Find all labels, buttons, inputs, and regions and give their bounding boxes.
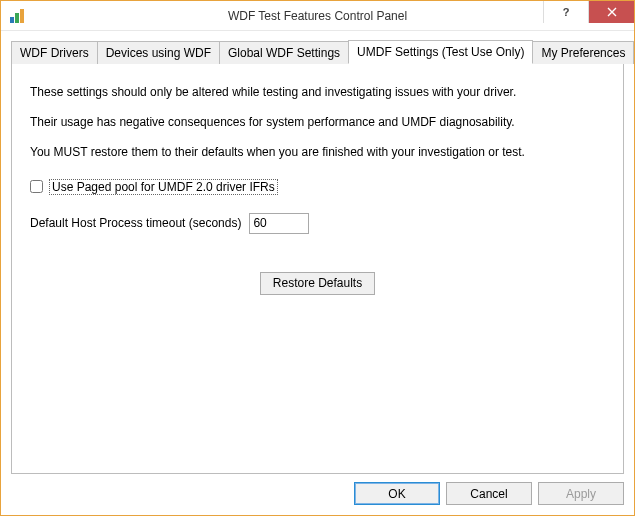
tab-wdf-drivers[interactable]: WDF Drivers (11, 41, 98, 64)
timeout-input[interactable] (249, 213, 309, 234)
help-button[interactable]: ? (543, 1, 588, 23)
app-icon (9, 8, 25, 24)
svg-rect-1 (15, 13, 19, 23)
warning-text-2: Their usage has negative consequences fo… (30, 114, 605, 130)
cancel-button[interactable]: Cancel (446, 482, 532, 505)
timeout-label: Default Host Process timeout (seconds) (30, 216, 241, 230)
titlebar: WDF Test Features Control Panel ? (1, 1, 634, 31)
close-button[interactable] (588, 1, 634, 23)
ok-button[interactable]: OK (354, 482, 440, 505)
tab-global-wdf-settings[interactable]: Global WDF Settings (219, 41, 349, 64)
paged-pool-checkbox[interactable] (30, 180, 43, 193)
tabstrip: WDF Drivers Devices using WDF Global WDF… (11, 39, 624, 63)
window-title: WDF Test Features Control Panel (1, 9, 634, 23)
warning-text-1: These settings should only be altered wh… (30, 84, 605, 100)
client-area: WDF Drivers Devices using WDF Global WDF… (1, 31, 634, 515)
tab-panel-umdf-settings: These settings should only be altered wh… (11, 63, 624, 474)
dialog-buttons: OK Cancel Apply (11, 474, 624, 505)
restore-defaults-button[interactable]: Restore Defaults (260, 272, 375, 295)
paged-pool-row: Use Paged pool for UMDF 2.0 driver IFRs (30, 179, 605, 195)
timeout-row: Default Host Process timeout (seconds) (30, 213, 605, 234)
window-controls: ? (543, 1, 634, 30)
tab-my-preferences[interactable]: My Preferences (532, 41, 634, 64)
warning-text-3: You MUST restore them to their defaults … (30, 144, 605, 160)
tab-umdf-settings[interactable]: UMDF Settings (Test Use Only) (348, 40, 533, 64)
svg-rect-0 (10, 17, 14, 23)
apply-button[interactable]: Apply (538, 482, 624, 505)
paged-pool-label[interactable]: Use Paged pool for UMDF 2.0 driver IFRs (49, 179, 278, 195)
restore-row: Restore Defaults (30, 272, 605, 295)
tab-devices-using-wdf[interactable]: Devices using WDF (97, 41, 220, 64)
svg-rect-2 (20, 9, 24, 23)
